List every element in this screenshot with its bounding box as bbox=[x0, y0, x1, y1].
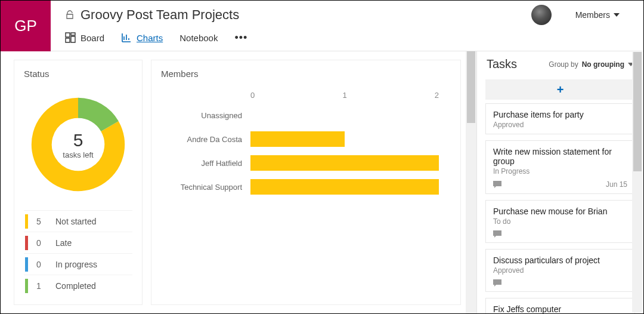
task-status: To do bbox=[493, 217, 627, 226]
tab-notebook[interactable]: Notebook bbox=[179, 33, 218, 43]
board-icon bbox=[65, 32, 76, 43]
bar-track bbox=[250, 155, 439, 171]
legend-row: 0In progress bbox=[24, 253, 132, 275]
app-header: GP Groovy Post Team Projects Members Boa… bbox=[1, 1, 643, 51]
legend-count: 0 bbox=[36, 260, 47, 269]
caret-down-icon bbox=[614, 13, 620, 17]
legend-label: In progress bbox=[55, 260, 97, 269]
bar-row-name: Technical Support bbox=[173, 183, 250, 192]
user-avatar[interactable] bbox=[531, 5, 552, 25]
status-center-label: tasks left bbox=[63, 150, 93, 159]
bar-row: Technical Support bbox=[173, 175, 439, 199]
task-title: Purchase new mouse for Brian bbox=[493, 207, 627, 216]
comment-icon bbox=[493, 279, 501, 287]
members-card-title: Members bbox=[161, 69, 451, 79]
task-title: Fix Jeffs computer bbox=[493, 304, 627, 313]
task-title: Discuss particulars of project bbox=[493, 255, 627, 265]
comment-icon bbox=[493, 181, 501, 188]
tab-board[interactable]: Board bbox=[65, 32, 104, 43]
app-logo: GP bbox=[1, 1, 51, 51]
task-list: Purchase items for partyApprovedWrite ne… bbox=[477, 103, 643, 313]
bar-track bbox=[250, 131, 439, 147]
bar-row-name: Andre Da Costa bbox=[173, 135, 250, 144]
task-card[interactable]: Purchase items for partyApproved bbox=[485, 103, 635, 134]
status-card: Status 5 tasks left 5Not started0Late0In… bbox=[14, 60, 143, 305]
task-card[interactable]: Fix Jeffs computerTo doJun 10 bbox=[485, 298, 635, 313]
axis-tick-2: 2 bbox=[435, 91, 439, 100]
tab-board-label: Board bbox=[80, 33, 104, 43]
legend-swatch bbox=[25, 214, 28, 229]
task-card[interactable]: Purchase new mouse for BrianTo do bbox=[485, 200, 635, 243]
task-card[interactable]: Write new mission statement for groupIn … bbox=[485, 140, 635, 194]
status-center-number: 5 bbox=[63, 130, 93, 150]
legend-count: 1 bbox=[36, 281, 47, 291]
status-legend: 5Not started0Late0In progress1Completed bbox=[24, 210, 132, 296]
members-dropdown[interactable]: Members bbox=[575, 10, 620, 20]
groupby-label: Group by bbox=[549, 60, 578, 69]
tasks-scrollbar[interactable] bbox=[632, 52, 643, 313]
groupby-dropdown[interactable]: Group by No grouping bbox=[549, 60, 634, 69]
legend-label: Completed bbox=[55, 281, 96, 291]
task-status: Approved bbox=[493, 121, 627, 129]
bar-fill bbox=[250, 155, 439, 171]
members-axis: 0 1 2 bbox=[250, 91, 439, 100]
bar-row: Jeff Hatfield bbox=[173, 151, 439, 175]
legend-swatch bbox=[25, 279, 28, 293]
lock-open-icon bbox=[65, 10, 75, 20]
tab-charts-label: Charts bbox=[137, 33, 163, 43]
axis-tick-1: 1 bbox=[342, 91, 434, 100]
tasks-panel: Tasks Group by No grouping + Purchase it… bbox=[476, 51, 643, 313]
tasks-heading: Tasks bbox=[487, 57, 517, 71]
axis-tick-0: 0 bbox=[250, 91, 342, 100]
legend-label: Late bbox=[55, 238, 72, 248]
comment-icon bbox=[493, 230, 501, 238]
task-status: In Progress bbox=[493, 167, 627, 176]
tab-charts[interactable]: Charts bbox=[121, 32, 163, 43]
task-status: Approved bbox=[493, 266, 627, 275]
bar-row: Unassigned bbox=[173, 103, 439, 127]
charts-scrollbar[interactable] bbox=[466, 51, 476, 313]
task-title: Write new mission statement for group bbox=[493, 147, 627, 166]
members-dropdown-label: Members bbox=[575, 10, 610, 20]
legend-row: 0Late bbox=[24, 232, 132, 253]
legend-swatch bbox=[25, 257, 28, 272]
add-task-button[interactable]: + bbox=[485, 79, 635, 100]
bar-row-name: Jeff Hatfield bbox=[173, 159, 250, 168]
bar-row-name: Unassigned bbox=[173, 111, 250, 120]
bar-fill bbox=[250, 179, 439, 195]
tab-notebook-label: Notebook bbox=[179, 33, 218, 43]
bar-track bbox=[250, 107, 439, 123]
groupby-value: No grouping bbox=[582, 60, 624, 69]
legend-swatch bbox=[25, 236, 28, 250]
legend-label: Not started bbox=[55, 217, 96, 226]
task-date: Jun 15 bbox=[606, 180, 627, 189]
members-bar-rows: UnassignedAndre Da CostaJeff HatfieldTec… bbox=[173, 103, 439, 199]
legend-row: 5Not started bbox=[24, 210, 132, 232]
bar-fill bbox=[250, 131, 345, 147]
task-title: Purchase items for party bbox=[493, 110, 627, 119]
legend-count: 5 bbox=[36, 217, 47, 226]
charts-icon bbox=[121, 32, 132, 43]
legend-count: 0 bbox=[36, 238, 47, 248]
members-card: Members 0 1 2 UnassignedAndre Da CostaJe… bbox=[151, 60, 461, 305]
more-menu[interactable]: ••• bbox=[234, 32, 247, 44]
task-card[interactable]: Discuss particulars of projectApproved bbox=[485, 249, 635, 292]
bar-row: Andre Da Costa bbox=[173, 127, 439, 151]
status-card-title: Status bbox=[24, 69, 132, 79]
legend-row: 1Completed bbox=[24, 275, 132, 296]
charts-area: Status 5 tasks left 5Not started0Late0In… bbox=[1, 51, 466, 313]
project-title: Groovy Post Team Projects bbox=[80, 7, 239, 23]
bar-track bbox=[250, 179, 439, 195]
